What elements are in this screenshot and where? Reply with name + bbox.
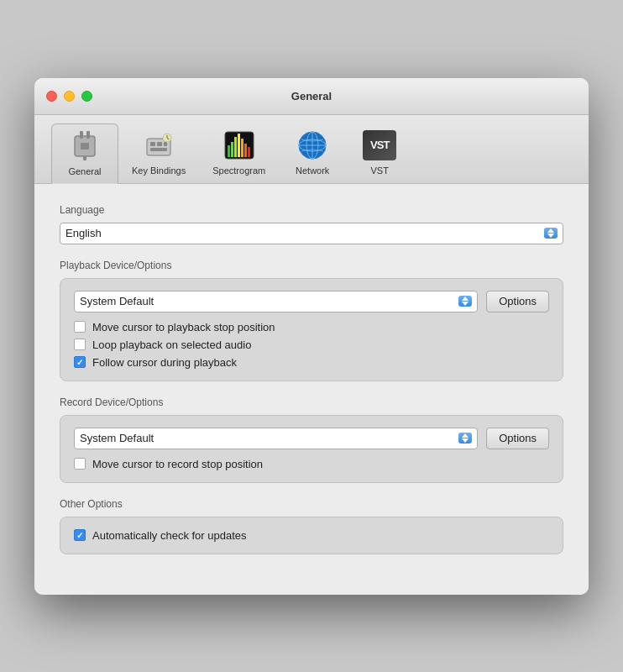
svg-rect-6 [150,142,155,146]
tab-network[interactable]: Network [279,123,346,183]
tab-network-label: Network [296,165,329,176]
language-label: Language [60,204,563,216]
svg-rect-8 [164,142,167,146]
toolbar: General Key Bindings [34,115,589,184]
svg-rect-18 [241,139,243,157]
playback-checkbox-3: Follow cursor during playback [74,356,549,369]
minimize-button[interactable] [64,91,75,102]
auto-update-label: Automatically check for updates [92,529,247,542]
tab-spectrogram-label: Spectrogram [212,165,265,176]
keybindings-icon [142,129,175,162]
record-cursor-stop-checkbox[interactable] [74,458,86,470]
follow-cursor-checkbox[interactable] [74,356,86,368]
tab-vst-label: VST [371,165,389,176]
svg-rect-3 [81,143,89,150]
playback-checkbox-1: Move cursor to playback stop position [74,321,549,333]
svg-rect-17 [238,134,240,157]
window: General General [34,78,589,595]
other-checkbox-1: Automatically check for updates [74,529,549,542]
loop-checkbox[interactable] [74,339,86,350]
maximize-button[interactable] [81,91,92,102]
record-options-button[interactable]: Options [486,428,549,449]
close-button[interactable] [46,91,57,102]
record-checkbox-1: Move cursor to record stop position [74,458,549,470]
language-value: English [65,227,102,239]
arrow-up-icon [547,228,554,233]
playback-box: System Default Options Move cursor to pl… [60,278,563,381]
record-arrow-up-icon [462,433,469,438]
playback-device-row: System Default Options [74,291,549,312]
language-section: Language English [60,204,563,244]
cursor-stop-label: Move cursor to playback stop position [92,321,275,333]
arrow-down-icon [547,234,554,238]
playback-label: Playback Device/Options [60,260,563,271]
loop-label: Loop playback on selected audio [92,339,251,351]
record-box: System Default Options Move cursor to re… [60,415,563,483]
vst-logo: VST [363,130,396,160]
tab-vst[interactable]: VST VST [346,123,413,183]
playback-options-button[interactable]: Options [486,291,549,312]
main-content: Language English Playback Device/Options… [34,184,589,595]
svg-rect-9 [150,148,167,151]
record-device-arrows [458,433,472,444]
playback-device-value: System Default [80,295,154,307]
other-box: Automatically check for updates [60,517,563,554]
window-title: General [291,90,332,102]
record-arrow-down-icon [462,438,469,443]
svg-rect-7 [157,142,162,146]
record-device-dropdown[interactable]: System Default [74,428,478,449]
tab-spectrogram[interactable]: Spectrogram [199,123,279,183]
svg-rect-1 [80,131,83,139]
general-icon [68,129,102,163]
svg-rect-19 [244,144,247,157]
tab-keybindings-label: Key Bindings [132,165,186,176]
language-dropdown[interactable]: English [60,223,563,244]
record-device-row: System Default Options [74,428,549,449]
playback-arrow-down-icon [462,302,469,306]
language-arrows [544,228,558,239]
tab-general[interactable]: General [51,123,118,184]
record-section: Record Device/Options System Default Opt… [60,396,563,483]
svg-rect-4 [83,156,86,160]
record-cursor-stop-label: Move cursor to record stop position [92,458,263,470]
spectrogram-icon [222,129,256,162]
svg-rect-16 [234,137,237,157]
record-device-value: System Default [80,432,154,444]
other-label: Other Options [60,498,563,510]
titlebar: General [34,78,589,115]
cursor-stop-checkbox[interactable] [74,321,86,333]
playback-device-dropdown[interactable]: System Default [74,291,478,312]
playback-device-arrows [458,296,472,307]
playback-section: Playback Device/Options System Default O… [60,260,563,381]
network-icon [296,129,329,162]
auto-update-checkbox[interactable] [74,529,86,541]
playback-arrow-up-icon [462,297,469,301]
svg-rect-15 [231,142,233,157]
other-section: Other Options Automatically check for up… [60,498,563,554]
traffic-lights [46,91,92,102]
svg-rect-14 [228,145,230,157]
follow-cursor-label: Follow cursor during playback [92,356,237,369]
playback-checkbox-2: Loop playback on selected audio [74,339,549,351]
record-label: Record Device/Options [60,396,563,408]
vst-icon: VST [363,129,396,162]
tab-general-label: General [68,166,101,176]
svg-rect-2 [86,131,90,139]
tab-keybindings[interactable]: Key Bindings [118,123,199,183]
svg-rect-20 [248,147,250,157]
